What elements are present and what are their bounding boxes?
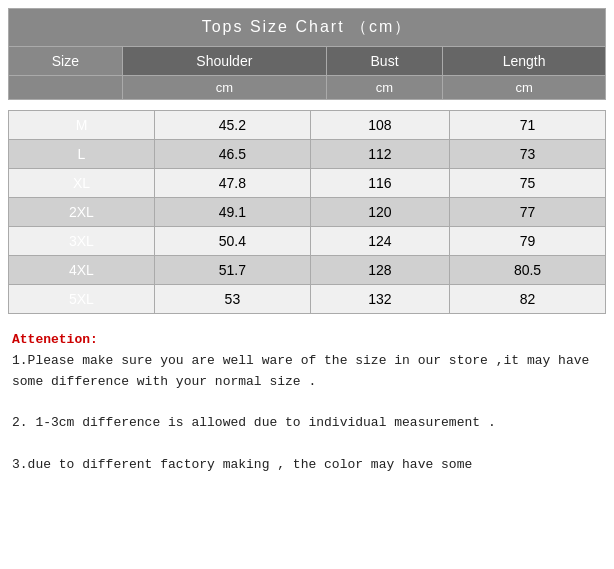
table-title: Tops Size Chart （cm） — [9, 9, 606, 47]
length-unit: cm — [443, 76, 606, 100]
bust-unit: cm — [326, 76, 442, 100]
bust-cell: 128 — [310, 256, 449, 285]
size-header: Size — [9, 47, 123, 76]
shoulder-cell: 49.1 — [154, 198, 310, 227]
shoulder-unit: cm — [122, 76, 326, 100]
size-cell: 5XL — [9, 285, 155, 314]
size-unit — [9, 76, 123, 100]
bust-cell: 132 — [310, 285, 449, 314]
shoulder-cell: 45.2 — [154, 111, 310, 140]
table-row: M45.210871 — [9, 111, 606, 140]
attention-label: Attenetion: — [12, 330, 602, 351]
table-title-row: Tops Size Chart （cm） — [9, 9, 606, 47]
length-cell: 82 — [450, 285, 606, 314]
bust-cell: 108 — [310, 111, 449, 140]
shoulder-cell: 47.8 — [154, 169, 310, 198]
note-line3: 3.due to different factory making , the … — [12, 455, 602, 476]
shoulder-header: Shoulder — [122, 47, 326, 76]
size-cell: 4XL — [9, 256, 155, 285]
table-row: XL47.811675 — [9, 169, 606, 198]
length-cell: 79 — [450, 227, 606, 256]
bust-cell: 124 — [310, 227, 449, 256]
size-cell: L — [9, 140, 155, 169]
shoulder-cell: 46.5 — [154, 140, 310, 169]
size-chart-container: Tops Size Chart （cm） Size Shoulder Bust … — [0, 0, 614, 490]
length-cell: 73 — [450, 140, 606, 169]
note-line1: 1.Please make sure you are well ware of … — [12, 351, 602, 393]
table-row: L46.511273 — [9, 140, 606, 169]
column-header-row: Size Shoulder Bust Length — [9, 47, 606, 76]
size-cell: M — [9, 111, 155, 140]
table-row: 4XL51.712880.5 — [9, 256, 606, 285]
length-header: Length — [443, 47, 606, 76]
length-cell: 75 — [450, 169, 606, 198]
note-line2: 2. 1-3cm difference is allowed due to in… — [12, 413, 602, 434]
size-cell: 2XL — [9, 198, 155, 227]
bust-cell: 120 — [310, 198, 449, 227]
table-row: 2XL49.112077 — [9, 198, 606, 227]
data-table: M45.210871L46.511273XL47.8116752XL49.112… — [8, 110, 606, 314]
length-cell: 77 — [450, 198, 606, 227]
length-cell: 80.5 — [450, 256, 606, 285]
bust-cell: 116 — [310, 169, 449, 198]
shoulder-cell: 50.4 — [154, 227, 310, 256]
notes-section: Attenetion: 1.Please make sure you are w… — [8, 324, 606, 482]
size-cell: XL — [9, 169, 155, 198]
size-chart-table: Tops Size Chart （cm） Size Shoulder Bust … — [8, 8, 606, 100]
table-row: 3XL50.412479 — [9, 227, 606, 256]
bust-cell: 112 — [310, 140, 449, 169]
bust-header: Bust — [326, 47, 442, 76]
size-cell: 3XL — [9, 227, 155, 256]
shoulder-cell: 51.7 — [154, 256, 310, 285]
shoulder-cell: 53 — [154, 285, 310, 314]
table-row: 5XL5313282 — [9, 285, 606, 314]
units-row: cm cm cm — [9, 76, 606, 100]
length-cell: 71 — [450, 111, 606, 140]
